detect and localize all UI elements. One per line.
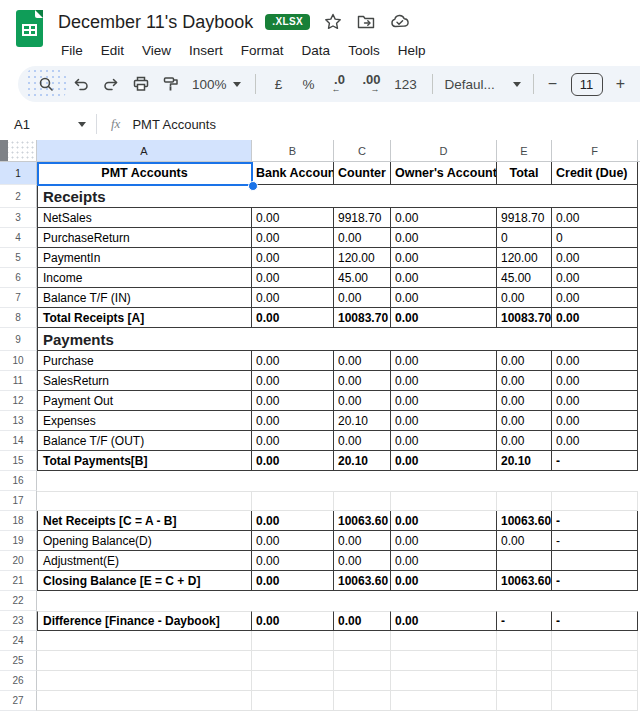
cell-C17[interactable] — [334, 491, 391, 511]
cell-D23[interactable]: 0.00 — [391, 611, 497, 631]
undo-button[interactable] — [66, 69, 96, 99]
cell-E11[interactable]: 0.00 — [497, 371, 552, 391]
cell-A18[interactable]: Net Receipts [C = A - B] — [37, 511, 252, 531]
column-header-d[interactable]: D — [391, 140, 497, 162]
cell-B10[interactable]: 0.00 — [252, 351, 334, 371]
cell-B3[interactable]: 0.00 — [252, 208, 334, 228]
cell-F10[interactable]: 0.00 — [552, 351, 638, 371]
cell-B8[interactable]: 0.00 — [252, 308, 334, 328]
cell-A11[interactable]: SalesReturn — [37, 371, 252, 391]
column-header-c[interactable]: C — [334, 140, 391, 162]
cell-A7[interactable]: Balance T/F (IN) — [37, 288, 252, 308]
cell-A20[interactable]: Adjustment(E) — [37, 551, 252, 571]
row-header-3[interactable]: 3 — [0, 208, 37, 228]
cell-C27[interactable] — [334, 691, 391, 711]
menu-help[interactable]: Help — [389, 43, 435, 58]
cell-C25[interactable] — [334, 651, 391, 671]
cell-E5[interactable]: 120.00 — [497, 248, 552, 268]
cell-C24[interactable] — [334, 631, 391, 651]
cell-F12[interactable]: 0.00 — [552, 391, 638, 411]
cell-F1[interactable]: Credit (Due) — [552, 162, 638, 185]
row-header-12[interactable]: 12 — [0, 391, 37, 411]
column-header-f[interactable]: F — [552, 140, 638, 162]
cell-D27[interactable] — [391, 691, 497, 711]
cell-A10[interactable]: Purchase — [37, 351, 252, 371]
row-header-2[interactable]: 2 — [0, 185, 37, 208]
cell-C21[interactable]: 10063.60 — [334, 571, 391, 591]
row-header-4[interactable]: 4 — [0, 228, 37, 248]
cell-A15[interactable]: Total Payments[B] — [37, 451, 252, 471]
paint-format-button[interactable] — [156, 69, 186, 99]
cell-C4[interactable]: 0.00 — [334, 228, 391, 248]
cell-E23[interactable]: - — [497, 611, 552, 631]
cell-B23[interactable]: 0.00 — [252, 611, 334, 631]
menu-tools[interactable]: Tools — [339, 43, 389, 58]
cell-B27[interactable] — [252, 691, 334, 711]
cell-D4[interactable]: 0.00 — [391, 228, 497, 248]
cell-E15[interactable]: 20.10 — [497, 451, 552, 471]
document-title[interactable]: December 11's Daybook — [58, 12, 253, 33]
cell-E25[interactable] — [497, 651, 552, 671]
row-header-20[interactable]: 20 — [0, 551, 37, 571]
cell-D10[interactable]: 0.00 — [391, 351, 497, 371]
row-header-14[interactable]: 14 — [0, 431, 37, 451]
cell-B6[interactable]: 0.00 — [252, 268, 334, 288]
row-header-25[interactable]: 25 — [0, 651, 37, 671]
percent-format-button[interactable]: % — [294, 69, 324, 99]
cell-A14[interactable]: Balance T/F (OUT) — [37, 431, 252, 451]
row-header-21[interactable]: 21 — [0, 571, 37, 591]
cell-E12[interactable]: 0.00 — [497, 391, 552, 411]
cell-A1[interactable]: PMT Accounts — [37, 162, 252, 185]
menu-view[interactable]: View — [133, 43, 180, 58]
blank-cells-row-22[interactable] — [37, 591, 638, 611]
cell-B11[interactable]: 0.00 — [252, 371, 334, 391]
cell-E24[interactable] — [497, 631, 552, 651]
sheets-logo-icon[interactable] — [16, 10, 43, 47]
cell-A4[interactable]: PurchaseReturn — [37, 228, 252, 248]
cell-F3[interactable]: 0.00 — [552, 208, 638, 228]
cell-D26[interactable] — [391, 671, 497, 691]
column-header-b[interactable]: B — [252, 140, 334, 162]
cell-E3[interactable]: 9918.70 — [497, 208, 552, 228]
row-header-9[interactable]: 9 — [0, 328, 37, 351]
cell-F11[interactable]: 0.00 — [552, 371, 638, 391]
cell-A13[interactable]: Expenses — [37, 411, 252, 431]
menu-file[interactable]: File — [52, 43, 92, 58]
increase-font-size-button[interactable]: + — [610, 75, 632, 93]
cell-A23[interactable]: Difference [Finance - Daybook] — [37, 611, 252, 631]
cell-E18[interactable]: 10063.60 — [497, 511, 552, 531]
cell-C13[interactable]: 20.10 — [334, 411, 391, 431]
cell-E19[interactable]: 0.00 — [497, 531, 552, 551]
font-family-select[interactable]: Defaul... — [445, 77, 521, 92]
currency-format-button[interactable]: £ — [264, 69, 294, 99]
cell-C14[interactable]: 0.00 — [334, 431, 391, 451]
xlsx-badge[interactable]: .XLSX — [265, 14, 310, 30]
row-header-23[interactable]: 23 — [0, 611, 37, 631]
cell-F17[interactable] — [552, 491, 638, 511]
cell-D3[interactable]: 0.00 — [391, 208, 497, 228]
cell-B24[interactable] — [252, 631, 334, 651]
cell-C11[interactable]: 0.00 — [334, 371, 391, 391]
cell-F26[interactable] — [552, 671, 638, 691]
menu-insert[interactable]: Insert — [180, 43, 232, 58]
row-header-18[interactable]: 18 — [0, 511, 37, 531]
decrease-decimal-button[interactable]: .0 ← — [324, 75, 356, 94]
cell-C1[interactable]: Counter — [334, 162, 391, 185]
cell-B13[interactable]: 0.00 — [252, 411, 334, 431]
cell-B20[interactable]: 0.00 — [252, 551, 334, 571]
menu-data[interactable]: Data — [293, 43, 340, 58]
font-size-input[interactable]: 11 — [571, 73, 603, 96]
formula-input[interactable]: PMT Accounts — [132, 117, 216, 132]
cell-D11[interactable]: 0.00 — [391, 371, 497, 391]
cell-A26[interactable] — [37, 671, 252, 691]
cell-F20[interactable] — [552, 551, 638, 571]
cell-F24[interactable] — [552, 631, 638, 651]
cell-B12[interactable]: 0.00 — [252, 391, 334, 411]
cell-C20[interactable]: 0.00 — [334, 551, 391, 571]
increase-decimal-button[interactable]: .00 → — [356, 75, 388, 94]
cell-D6[interactable]: 0.00 — [391, 268, 497, 288]
star-icon[interactable] — [323, 12, 343, 32]
cell-A24[interactable] — [37, 631, 252, 651]
cell-E4[interactable]: 0 — [497, 228, 552, 248]
cell-C23[interactable]: 0.00 — [334, 611, 391, 631]
